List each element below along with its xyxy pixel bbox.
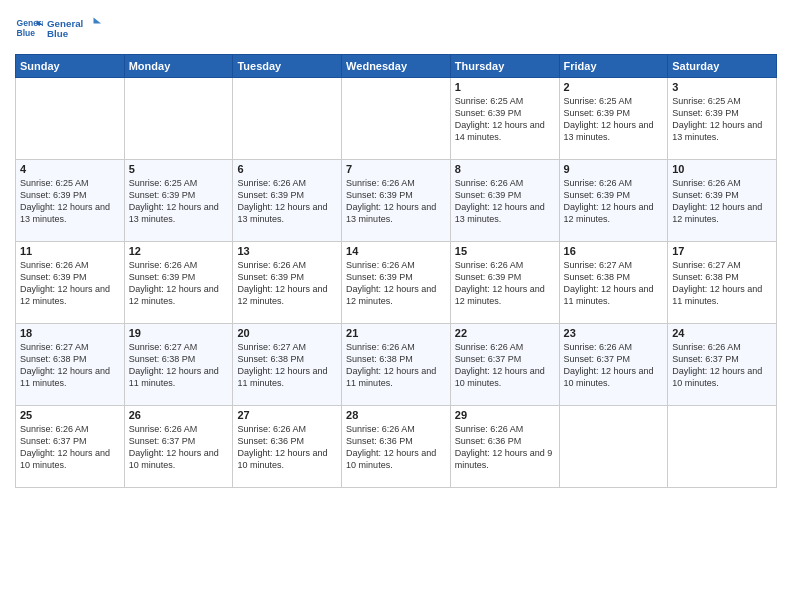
calendar-cell: 13Sunrise: 6:26 AM Sunset: 6:39 PM Dayli… [233, 242, 342, 324]
calendar-cell: 19Sunrise: 6:27 AM Sunset: 6:38 PM Dayli… [124, 324, 233, 406]
day-number: 19 [129, 327, 229, 339]
calendar-table: SundayMondayTuesdayWednesdayThursdayFrid… [15, 54, 777, 488]
weekday-thursday: Thursday [450, 55, 559, 78]
day-number: 27 [237, 409, 337, 421]
week-row-5: 25Sunrise: 6:26 AM Sunset: 6:37 PM Dayli… [16, 406, 777, 488]
calendar-cell: 8Sunrise: 6:26 AM Sunset: 6:39 PM Daylig… [450, 160, 559, 242]
weekday-friday: Friday [559, 55, 668, 78]
calendar-cell: 18Sunrise: 6:27 AM Sunset: 6:38 PM Dayli… [16, 324, 125, 406]
calendar-cell: 20Sunrise: 6:27 AM Sunset: 6:38 PM Dayli… [233, 324, 342, 406]
day-number: 4 [20, 163, 120, 175]
day-number: 16 [564, 245, 664, 257]
day-info: Sunrise: 6:26 AM Sunset: 6:39 PM Dayligh… [346, 259, 446, 308]
day-info: Sunrise: 6:27 AM Sunset: 6:38 PM Dayligh… [564, 259, 664, 308]
day-number: 15 [455, 245, 555, 257]
day-info: Sunrise: 6:27 AM Sunset: 6:38 PM Dayligh… [20, 341, 120, 390]
calendar-cell: 7Sunrise: 6:26 AM Sunset: 6:39 PM Daylig… [342, 160, 451, 242]
logo-icon: General Blue [15, 14, 43, 42]
calendar-cell [233, 78, 342, 160]
day-info: Sunrise: 6:25 AM Sunset: 6:39 PM Dayligh… [564, 95, 664, 144]
day-number: 1 [455, 81, 555, 93]
calendar-cell: 2Sunrise: 6:25 AM Sunset: 6:39 PM Daylig… [559, 78, 668, 160]
day-info: Sunrise: 6:26 AM Sunset: 6:36 PM Dayligh… [237, 423, 337, 472]
day-number: 3 [672, 81, 772, 93]
day-number: 23 [564, 327, 664, 339]
day-number: 10 [672, 163, 772, 175]
day-info: Sunrise: 6:26 AM Sunset: 6:39 PM Dayligh… [237, 259, 337, 308]
svg-text:Blue: Blue [17, 28, 36, 38]
day-number: 17 [672, 245, 772, 257]
svg-text:Blue: Blue [47, 28, 69, 39]
calendar-cell [668, 406, 777, 488]
day-info: Sunrise: 6:26 AM Sunset: 6:37 PM Dayligh… [672, 341, 772, 390]
generalblue-logo: General Blue [47, 10, 107, 46]
weekday-tuesday: Tuesday [233, 55, 342, 78]
day-info: Sunrise: 6:27 AM Sunset: 6:38 PM Dayligh… [237, 341, 337, 390]
calendar-cell: 1Sunrise: 6:25 AM Sunset: 6:39 PM Daylig… [450, 78, 559, 160]
header: General Blue General Blue [15, 10, 777, 46]
day-info: Sunrise: 6:26 AM Sunset: 6:37 PM Dayligh… [564, 341, 664, 390]
day-info: Sunrise: 6:26 AM Sunset: 6:36 PM Dayligh… [455, 423, 555, 472]
day-number: 29 [455, 409, 555, 421]
calendar-cell: 23Sunrise: 6:26 AM Sunset: 6:37 PM Dayli… [559, 324, 668, 406]
day-number: 14 [346, 245, 446, 257]
day-number: 6 [237, 163, 337, 175]
day-info: Sunrise: 6:27 AM Sunset: 6:38 PM Dayligh… [129, 341, 229, 390]
day-number: 18 [20, 327, 120, 339]
week-row-3: 11Sunrise: 6:26 AM Sunset: 6:39 PM Dayli… [16, 242, 777, 324]
day-info: Sunrise: 6:26 AM Sunset: 6:39 PM Dayligh… [455, 259, 555, 308]
day-info: Sunrise: 6:26 AM Sunset: 6:37 PM Dayligh… [20, 423, 120, 472]
day-info: Sunrise: 6:26 AM Sunset: 6:39 PM Dayligh… [20, 259, 120, 308]
day-info: Sunrise: 6:26 AM Sunset: 6:39 PM Dayligh… [237, 177, 337, 226]
calendar-cell: 6Sunrise: 6:26 AM Sunset: 6:39 PM Daylig… [233, 160, 342, 242]
day-number: 12 [129, 245, 229, 257]
day-number: 20 [237, 327, 337, 339]
calendar-cell [559, 406, 668, 488]
day-number: 21 [346, 327, 446, 339]
day-info: Sunrise: 6:26 AM Sunset: 6:39 PM Dayligh… [129, 259, 229, 308]
calendar-cell: 5Sunrise: 6:25 AM Sunset: 6:39 PM Daylig… [124, 160, 233, 242]
calendar-cell: 26Sunrise: 6:26 AM Sunset: 6:37 PM Dayli… [124, 406, 233, 488]
svg-text:General: General [47, 18, 84, 29]
main-container: General Blue General Blue SundayMondayTu… [0, 0, 792, 498]
calendar-cell: 3Sunrise: 6:25 AM Sunset: 6:39 PM Daylig… [668, 78, 777, 160]
day-info: Sunrise: 6:26 AM Sunset: 6:37 PM Dayligh… [455, 341, 555, 390]
day-info: Sunrise: 6:26 AM Sunset: 6:37 PM Dayligh… [129, 423, 229, 472]
logo: General Blue General Blue [15, 10, 107, 46]
weekday-header-row: SundayMondayTuesdayWednesdayThursdayFrid… [16, 55, 777, 78]
day-info: Sunrise: 6:26 AM Sunset: 6:38 PM Dayligh… [346, 341, 446, 390]
day-info: Sunrise: 6:25 AM Sunset: 6:39 PM Dayligh… [455, 95, 555, 144]
calendar-cell [124, 78, 233, 160]
day-number: 24 [672, 327, 772, 339]
calendar-cell: 21Sunrise: 6:26 AM Sunset: 6:38 PM Dayli… [342, 324, 451, 406]
weekday-wednesday: Wednesday [342, 55, 451, 78]
day-info: Sunrise: 6:26 AM Sunset: 6:36 PM Dayligh… [346, 423, 446, 472]
calendar-cell [16, 78, 125, 160]
week-row-2: 4Sunrise: 6:25 AM Sunset: 6:39 PM Daylig… [16, 160, 777, 242]
calendar-cell: 17Sunrise: 6:27 AM Sunset: 6:38 PM Dayli… [668, 242, 777, 324]
day-info: Sunrise: 6:27 AM Sunset: 6:38 PM Dayligh… [672, 259, 772, 308]
week-row-4: 18Sunrise: 6:27 AM Sunset: 6:38 PM Dayli… [16, 324, 777, 406]
week-row-1: 1Sunrise: 6:25 AM Sunset: 6:39 PM Daylig… [16, 78, 777, 160]
day-info: Sunrise: 6:26 AM Sunset: 6:39 PM Dayligh… [672, 177, 772, 226]
calendar-cell: 25Sunrise: 6:26 AM Sunset: 6:37 PM Dayli… [16, 406, 125, 488]
calendar-cell: 4Sunrise: 6:25 AM Sunset: 6:39 PM Daylig… [16, 160, 125, 242]
calendar-cell: 10Sunrise: 6:26 AM Sunset: 6:39 PM Dayli… [668, 160, 777, 242]
day-info: Sunrise: 6:26 AM Sunset: 6:39 PM Dayligh… [564, 177, 664, 226]
calendar-cell: 16Sunrise: 6:27 AM Sunset: 6:38 PM Dayli… [559, 242, 668, 324]
calendar-cell: 9Sunrise: 6:26 AM Sunset: 6:39 PM Daylig… [559, 160, 668, 242]
calendar-cell: 14Sunrise: 6:26 AM Sunset: 6:39 PM Dayli… [342, 242, 451, 324]
day-number: 7 [346, 163, 446, 175]
calendar-cell: 11Sunrise: 6:26 AM Sunset: 6:39 PM Dayli… [16, 242, 125, 324]
day-number: 25 [20, 409, 120, 421]
svg-marker-5 [94, 18, 102, 24]
calendar-cell: 22Sunrise: 6:26 AM Sunset: 6:37 PM Dayli… [450, 324, 559, 406]
day-number: 8 [455, 163, 555, 175]
day-number: 13 [237, 245, 337, 257]
weekday-monday: Monday [124, 55, 233, 78]
day-number: 5 [129, 163, 229, 175]
day-info: Sunrise: 6:25 AM Sunset: 6:39 PM Dayligh… [20, 177, 120, 226]
calendar-cell: 27Sunrise: 6:26 AM Sunset: 6:36 PM Dayli… [233, 406, 342, 488]
day-info: Sunrise: 6:25 AM Sunset: 6:39 PM Dayligh… [672, 95, 772, 144]
weekday-sunday: Sunday [16, 55, 125, 78]
